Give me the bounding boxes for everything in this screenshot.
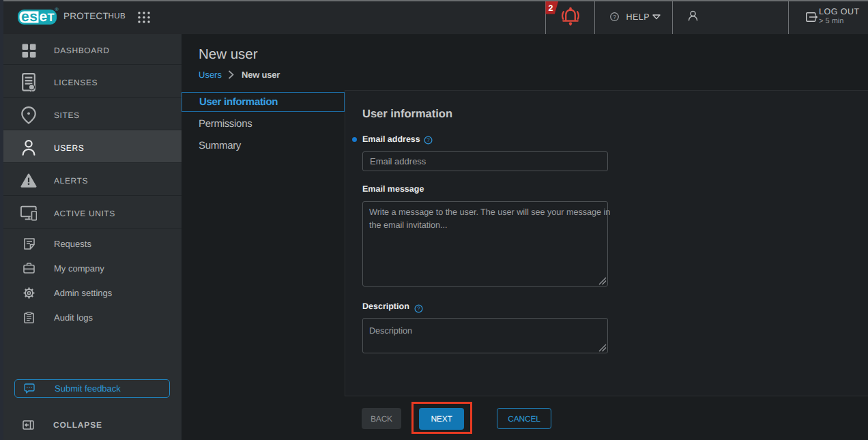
svg-text:?: ? [613, 14, 616, 20]
svg-text:2: 2 [549, 3, 553, 13]
svg-text:e: e [40, 10, 48, 25]
svg-text:?: ? [426, 137, 430, 143]
svg-text:T: T [48, 12, 55, 24]
svg-text:es: es [21, 10, 38, 25]
svg-text:?: ? [417, 306, 420, 312]
